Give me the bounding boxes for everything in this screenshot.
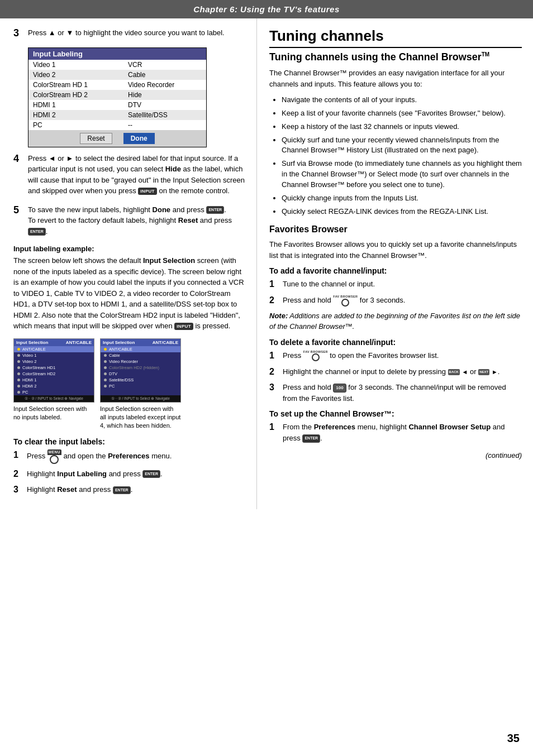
delete-fav-title: To delete a favorite channel/input: <box>269 338 522 347</box>
step-3-num: 3 <box>13 27 26 40</box>
add-fav-title: To add a favorite channel/input: <box>269 266 522 275</box>
screenshots-row: Input Selection ANT/CABLE ANT/CABLE Vide… <box>13 338 246 430</box>
setup-step-1-text: From the Preferences menu, highlight Cha… <box>283 422 522 443</box>
list-item: Keep a list of your favorite channels (s… <box>282 108 522 119</box>
dot <box>104 385 107 387</box>
fav-browser-icon-2: FAV BROWSER <box>303 351 328 362</box>
clear-step-1-num: 1 <box>13 449 25 461</box>
dot <box>104 348 107 351</box>
channel-browser-intro: The Channel Browser™ provides an easy na… <box>269 68 522 89</box>
right-arrow: ► <box>492 367 498 377</box>
table-title: Input Labeling <box>28 48 206 60</box>
sc-footer: ① · ② / INPUT to Select ⊕ Navigate <box>101 395 180 402</box>
dot <box>104 379 107 381</box>
labeling-rows: Video 1VCR Video 2Cable ColorStream HD 1… <box>28 60 206 130</box>
list-item: Quickly surf and tune your recently view… <box>282 135 522 156</box>
back-btn: BACK <box>448 369 460 375</box>
sc-item: ColorStream HD2 (Hidden) <box>101 365 180 371</box>
dot <box>104 360 107 363</box>
step-5: 5 To save the new input labels, highligh… <box>13 204 246 237</box>
list-item: Keep a history of the last 32 channels o… <box>282 122 522 132</box>
dot <box>104 372 107 375</box>
favorites-intro: The Favorites Browser allows you to quic… <box>269 239 522 261</box>
clear-labels-section: To clear the input labels: 1 Press MENU … <box>13 437 246 496</box>
sc-item: DTV <box>101 371 180 377</box>
favorites-browser-section: Favorites Browser The Favorites Browser … <box>269 224 522 460</box>
table-row: ColorStream HD 1Video Recorder <box>28 80 206 90</box>
delete-step-3-num: 3 <box>269 382 280 394</box>
table-row: Video 1VCR <box>28 60 206 70</box>
sc-item: Satellite/DSS <box>101 377 180 383</box>
add-step-1: 1 Tune to the channel or input. <box>269 279 522 290</box>
favorites-title: Favorites Browser <box>269 224 522 235</box>
table-footer: Reset Done <box>28 130 206 147</box>
sc-left-header: Input Selection ANT/CABLE <box>14 339 94 346</box>
delete-step-2-num: 2 <box>269 366 280 378</box>
delete-step-1-text: Press FAV BROWSER to open the Favorites … <box>283 350 439 361</box>
step-3-text: Press ▲ or ▼ to highlight the video sour… <box>28 27 225 39</box>
btn-100-icon: 100 <box>333 384 346 393</box>
delete-step-2: 2 Highlight the channel or input to dele… <box>269 366 522 378</box>
dot <box>17 354 20 357</box>
sc-item: PC <box>14 389 94 395</box>
clear-step-1: 1 Press MENU and open the Preferences me… <box>13 449 246 464</box>
input-labeling-table: Input Labeling Video 1VCR Video 2Cable C… <box>28 47 207 147</box>
table-row: ColorStream HD 2Hide <box>28 90 206 100</box>
input-btn-icon-2: INPUT <box>174 323 193 330</box>
clear-steps-list: 1 Press MENU and open the Preferences me… <box>13 449 246 496</box>
input-btn-icon: INPUT <box>138 188 157 195</box>
dot <box>17 348 20 351</box>
add-step-1-num: 1 <box>269 279 280 290</box>
clear-step-1-text: Press MENU and open the Preferences menu… <box>27 449 172 464</box>
enter-icon-3: ENTER <box>142 470 160 479</box>
clear-labels-title: To clear the input labels: <box>13 437 246 446</box>
tm-sup: TM <box>482 51 489 58</box>
screenshot-right-caption: Input Selection screen with all inputs l… <box>100 405 181 430</box>
step-4-num: 4 <box>13 153 26 165</box>
enter-icon-4: ENTER <box>113 486 131 495</box>
menu-icon: MENU <box>47 449 61 464</box>
sc-right-header: Input Selection ANT/CABLE <box>101 339 180 346</box>
list-item: Quickly change inputs from the Inputs Li… <box>282 193 522 204</box>
setup-title: To set up the Channel Browser™: <box>269 409 522 418</box>
continued-text: (continued) <box>269 451 522 460</box>
step-4-text: Press ◄ or ► to select the desired label… <box>28 153 246 197</box>
step-5-num: 5 <box>13 204 26 217</box>
table-row: PC-- <box>28 120 206 130</box>
sub-title: Tuning channels using the Channel Browse… <box>269 51 522 63</box>
screenshot-left-img: Input Selection ANT/CABLE ANT/CABLE Vide… <box>13 338 94 403</box>
example-body: The screen below left shows the default … <box>13 255 246 332</box>
left-arrow: ◄ <box>462 367 468 377</box>
reset-button[interactable]: Reset <box>80 133 112 144</box>
right-column: Tuning channels Tuning channels using th… <box>257 18 533 509</box>
list-item: Quickly select REGZA-LINK devices from t… <box>282 207 522 217</box>
screenshot-left: Input Selection ANT/CABLE ANT/CABLE Vide… <box>13 338 94 430</box>
clear-step-2-text: Highlight Input Labeling and press ENTER… <box>27 468 163 480</box>
table-row: HDMI 2Satellite/DSS <box>28 110 206 120</box>
sc-item: Video 1 <box>14 352 94 358</box>
dot <box>17 391 20 394</box>
clear-step-2-num: 2 <box>13 468 25 480</box>
table-row: HDMI 1DTV <box>28 100 206 110</box>
delete-step-1-num: 1 <box>269 350 280 362</box>
page-number: 35 <box>507 732 520 745</box>
sc-item: HDMI 1 <box>14 377 94 383</box>
step-4: 4 Press ◄ or ► to select the desired lab… <box>13 153 246 197</box>
enter-icon-1: ENTER <box>206 206 224 214</box>
left-column: 3 Press ▲ or ▼ to highlight the video so… <box>0 18 257 509</box>
sc-item: Cable <box>101 352 180 358</box>
sc-item: Video Recorder <box>101 358 180 365</box>
dot <box>104 354 107 357</box>
setup-step-1: 1 From the Preferences menu, highlight C… <box>269 422 522 443</box>
fav-browser-icon: FAV BROWSER <box>333 295 358 307</box>
sc-item: ColorStream HD1 <box>14 365 94 371</box>
features-list: Navigate the contents of all of your inp… <box>269 95 522 217</box>
page-header: Chapter 6: Using the TV's features <box>0 0 533 18</box>
sc-item: ColorStream HD2 <box>14 371 94 377</box>
example-title: Input labeling example: <box>13 245 246 253</box>
done-button[interactable]: Done <box>123 133 155 144</box>
sub-title-text: Tuning channels using the Channel Browse… <box>269 51 489 63</box>
clear-step-3: 3 Highlight Reset and press ENTER. <box>13 484 246 496</box>
list-item: Surf via Browse mode (to immediately tun… <box>282 159 522 190</box>
step-5-text: To save the new input labels, highlight … <box>28 204 246 237</box>
